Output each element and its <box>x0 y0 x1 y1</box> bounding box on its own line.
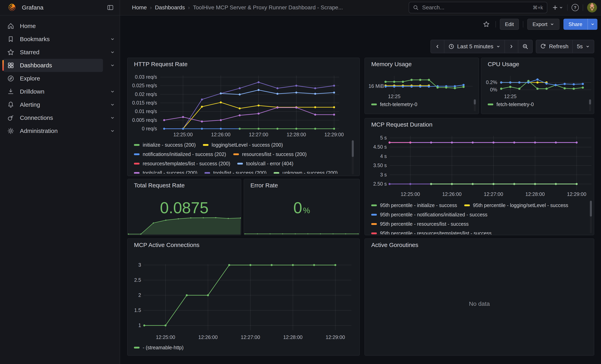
data-point <box>384 81 387 83</box>
share-dropdown-button[interactable] <box>588 19 597 30</box>
sidebar-item-connections[interactable]: Connections <box>3 111 103 124</box>
refresh-button[interactable]: Refresh <box>536 40 572 53</box>
sidebar-item-explore[interactable]: Explore <box>3 72 103 85</box>
legend-row: tools/call - success (200)tools/list - s… <box>134 168 351 174</box>
chevron-down-icon[interactable] <box>110 63 115 68</box>
panel-title[interactable]: Total Request Rate <box>134 182 185 189</box>
legend-item[interactable]: 95th percentile - initialize - success <box>371 202 457 208</box>
data-point <box>411 79 413 81</box>
data-point <box>409 183 411 185</box>
sidebar: Grafana HomeBookmarksStarredDashboardsEx… <box>0 0 120 364</box>
legend-scrollbar[interactable] <box>352 140 354 175</box>
chevron-down-icon[interactable] <box>110 89 115 94</box>
legend-item[interactable]: unknown - success (200) <box>274 170 338 174</box>
data-point <box>545 82 548 85</box>
legend-item[interactable]: fetch-telemetry-0 <box>371 101 417 107</box>
share-split-button: Share <box>563 19 597 30</box>
legend-scrollbar[interactable] <box>474 99 476 111</box>
data-point <box>536 81 539 83</box>
legend-item[interactable]: resources/list - success (200) <box>233 151 307 157</box>
legend-item[interactable]: tools/call - error (404) <box>237 161 293 167</box>
legend-item[interactable]: - (streamable-http) <box>134 345 184 351</box>
axis-tick-label: 12:25:00 <box>401 191 420 197</box>
search-input[interactable] <box>421 4 530 11</box>
chevron-down-icon[interactable] <box>110 102 115 107</box>
sidebar-item-label: Explore <box>20 75 40 82</box>
sidebar-item-administration[interactable]: Administration <box>3 124 103 138</box>
sidebar-item-dashboards[interactable]: Dashboards <box>3 59 103 72</box>
series-line <box>164 82 334 129</box>
sidebar-item-alerting[interactable]: Alerting <box>3 98 103 111</box>
sidebar-item-bookmarks[interactable]: Bookmarks <box>3 33 103 46</box>
toolbar-divider <box>495 21 496 27</box>
axis-tick-label: 12:25:00 <box>156 334 175 340</box>
share-button[interactable]: Share <box>563 19 588 30</box>
data-point <box>239 87 241 89</box>
legend-item[interactable]: notifications/initialized - success (202… <box>134 151 226 157</box>
grafana-logo[interactable] <box>7 3 17 12</box>
legend-color-pill <box>134 144 140 146</box>
legend-item[interactable]: fetch-telemetry-0 <box>488 101 534 107</box>
panel-title[interactable]: Memory Usage <box>371 61 411 68</box>
data-point <box>582 87 584 89</box>
time-range-picker[interactable]: Last 5 minutes <box>444 40 504 53</box>
time-forward-button[interactable] <box>504 40 518 53</box>
panel-title[interactable]: MCP Request Duration <box>371 121 432 128</box>
breadcrumb: Home›Dashboards›ToolHive MCP Server & Pr… <box>120 4 409 11</box>
axis-tick-label: 1.5 <box>134 307 141 313</box>
sidebar-item-home[interactable]: Home <box>3 20 103 33</box>
sidebar-item-starred[interactable]: Starred <box>3 46 103 59</box>
legend-item[interactable]: logging/setLevel - success (200) <box>203 142 283 148</box>
legend-item[interactable]: resources/templates/list - success (200) <box>134 161 230 167</box>
time-back-button[interactable] <box>431 40 444 53</box>
legend-item[interactable]: 95th percentile - notifications/initiali… <box>371 212 488 217</box>
legend-color-pill <box>233 153 239 155</box>
panel-title[interactable]: Active Goroutines <box>371 242 418 248</box>
legend-item[interactable]: 95th percentile - resources/list - succe… <box>371 221 469 227</box>
legend-color-pill <box>488 104 493 105</box>
data-point <box>536 88 539 90</box>
help-button[interactable]: ? <box>571 4 579 11</box>
legend-scrollbar[interactable] <box>590 201 592 233</box>
legend-item[interactable]: 95th percentile - resources/templates/li… <box>371 230 491 235</box>
edit-button[interactable]: Edit <box>500 19 519 30</box>
zoom-out-button[interactable] <box>518 40 532 53</box>
chevron-down-icon[interactable] <box>110 37 115 41</box>
user-avatar[interactable] <box>587 3 597 12</box>
zoom-out-icon <box>522 43 528 49</box>
dock-sidebar-icon[interactable] <box>107 4 114 12</box>
data-point <box>258 81 260 83</box>
panel-title[interactable]: HTTP Request Rate <box>134 61 188 68</box>
legend-label: 95th percentile - resources/templates/li… <box>380 230 491 235</box>
panel-title[interactable]: CPU Usage <box>488 61 519 68</box>
search-box[interactable]: ⌘+k <box>409 2 547 13</box>
data-point <box>564 87 566 89</box>
legend-item[interactable]: initialize - success (200) <box>134 142 196 148</box>
axis-tick-label: 12:25 <box>388 94 401 99</box>
breadcrumb-item[interactable]: Home <box>132 4 147 11</box>
breadcrumb-item[interactable]: Dashboards <box>155 4 185 11</box>
chevron-down-icon[interactable] <box>110 128 115 133</box>
panel-title[interactable]: Error Rate <box>250 182 278 189</box>
favorite-star-button[interactable] <box>481 19 491 30</box>
legend-item[interactable]: tools/call - success (200) <box>134 170 197 174</box>
legend-item[interactable]: 95th percentile - logging/setLevel - suc… <box>464 202 568 208</box>
data-point <box>492 183 494 185</box>
axis-tick-label: 3 <box>138 262 141 268</box>
legend-row: notifications/initialized - success (202… <box>134 150 351 159</box>
export-button[interactable]: Export <box>527 19 559 30</box>
add-button[interactable] <box>552 5 563 10</box>
sidebar-item-drilldown[interactable]: Drilldown <box>3 85 103 98</box>
legend-scrollbar[interactable] <box>589 99 591 111</box>
panel-title[interactable]: MCP Active Connections <box>134 242 200 248</box>
mcp-active-connections-chart[interactable]: 12:25:0012:26:0012:27:0012:28:0012:29:00… <box>128 239 359 355</box>
data-point <box>333 92 335 94</box>
legend-item[interactable]: tools/list - success (200) <box>204 170 267 174</box>
top-header: Home›Dashboards›ToolHive MCP Server & Pr… <box>120 0 601 16</box>
chevron-down-icon[interactable] <box>110 115 115 120</box>
chevron-down-icon[interactable] <box>110 50 115 55</box>
data-point <box>295 92 297 94</box>
refresh-interval-picker[interactable]: 5s <box>572 40 594 53</box>
axis-tick-label: 12:29:00 <box>326 334 345 340</box>
series-line <box>164 108 334 121</box>
